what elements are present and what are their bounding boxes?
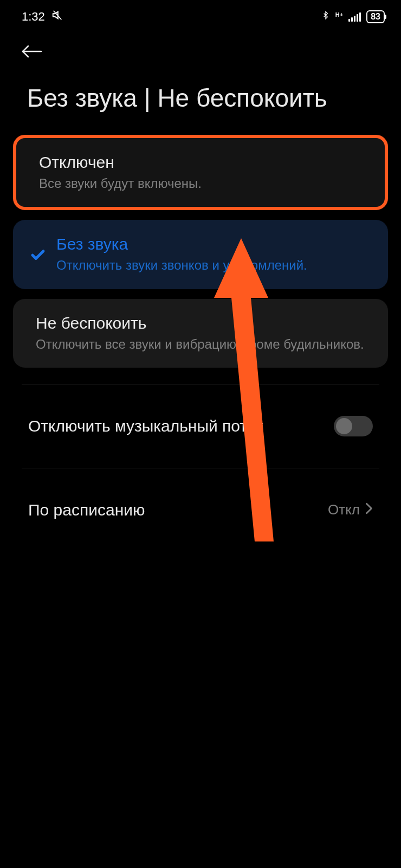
header: Без звука | Не беспокоить xyxy=(0,27,401,119)
option-off[interactable]: Отключен Все звуки будут включены. xyxy=(13,135,388,210)
status-right: H+ 83 xyxy=(321,9,385,24)
chevron-right-icon xyxy=(365,501,373,518)
status-bar: 1:32 H+ 83 xyxy=(0,0,401,27)
back-button[interactable] xyxy=(22,43,43,62)
option-dnd-title: Не беспокоить xyxy=(36,314,372,332)
mute-icon xyxy=(51,9,63,24)
check-icon xyxy=(29,246,47,263)
option-silent-subtitle: Отключить звуки звонков и уведомлений. xyxy=(56,257,372,273)
option-off-subtitle: Все звуки будут включены. xyxy=(39,175,368,192)
network-type: H+ xyxy=(335,12,343,18)
battery-indicator: 83 xyxy=(366,10,385,23)
toggle-knob xyxy=(336,418,352,434)
mute-music-stream-row[interactable]: Отключить музыкальный поток xyxy=(0,401,401,452)
divider xyxy=(22,468,379,468)
option-dnd-subtitle: Отключить все звуки и вибрацию, кроме бу… xyxy=(36,336,372,353)
status-left: 1:32 xyxy=(22,9,63,24)
option-silent[interactable]: Без звука Отключить звуки звонков и увед… xyxy=(13,220,388,289)
option-off-title: Отключен xyxy=(39,153,368,172)
mute-music-stream-toggle[interactable] xyxy=(334,416,373,436)
schedule-row[interactable]: По расписанию Откл xyxy=(0,485,401,536)
bluetooth-icon xyxy=(321,9,330,24)
schedule-label: По расписанию xyxy=(28,500,328,520)
option-dnd[interactable]: Не беспокоить Отключить все звуки и вибр… xyxy=(13,299,388,368)
mode-options: Отключен Все звуки будут включены. Без з… xyxy=(0,119,401,368)
option-silent-title: Без звука xyxy=(56,235,372,253)
divider xyxy=(22,384,379,384)
schedule-value-group: Откл xyxy=(328,501,373,518)
status-time: 1:32 xyxy=(22,10,45,24)
mute-music-stream-label: Отключить музыкальный поток xyxy=(28,416,334,436)
signal-icon xyxy=(348,12,361,22)
schedule-value: Откл xyxy=(328,501,360,518)
page-title: Без звука | Не беспокоить xyxy=(22,83,379,113)
